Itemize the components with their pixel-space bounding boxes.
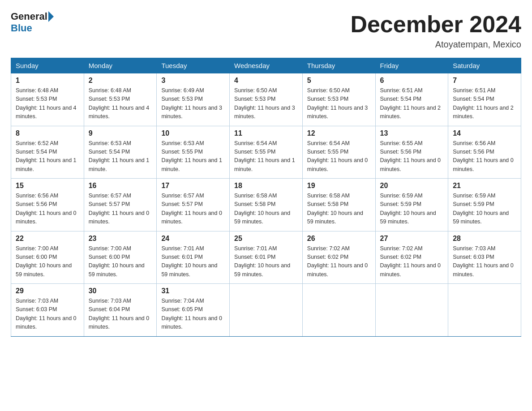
day-info: Sunrise: 6:54 AMSunset: 5:55 PMDaylight:… (307, 139, 371, 174)
day-number: 6 (380, 77, 444, 85)
calendar-week-row: 29Sunrise: 7:03 AMSunset: 6:03 PMDayligh… (11, 284, 521, 337)
day-number: 8 (16, 129, 79, 137)
logo-general-text: General (11, 11, 47, 22)
calendar-cell (375, 284, 448, 337)
calendar-week-row: 15Sunrise: 6:56 AMSunset: 5:56 PMDayligh… (11, 179, 521, 231)
day-info: Sunrise: 6:56 AMSunset: 5:56 PMDaylight:… (16, 192, 79, 227)
calendar-header-wednesday: Wednesday (230, 58, 303, 73)
day-number: 27 (380, 235, 444, 243)
day-number: 3 (161, 77, 225, 85)
calendar-cell: 17Sunrise: 6:57 AMSunset: 5:57 PMDayligh… (157, 179, 230, 231)
day-info: Sunrise: 6:51 AMSunset: 5:54 PMDaylight:… (380, 86, 444, 121)
day-info: Sunrise: 6:56 AMSunset: 5:56 PMDaylight:… (453, 139, 516, 174)
calendar-cell: 3Sunrise: 6:49 AMSunset: 5:53 PMDaylight… (157, 73, 230, 126)
day-number: 19 (307, 182, 371, 190)
day-info: Sunrise: 6:59 AMSunset: 5:59 PMDaylight:… (380, 192, 444, 227)
day-number: 14 (453, 129, 516, 137)
calendar-cell: 10Sunrise: 6:53 AMSunset: 5:55 PMDayligh… (157, 126, 230, 179)
day-number: 28 (453, 235, 516, 243)
day-info: Sunrise: 6:50 AMSunset: 5:53 PMDaylight:… (307, 86, 371, 121)
calendar-cell (302, 284, 375, 337)
day-info: Sunrise: 6:51 AMSunset: 5:54 PMDaylight:… (453, 86, 516, 121)
calendar-cell: 21Sunrise: 6:59 AMSunset: 5:59 PMDayligh… (448, 179, 521, 231)
day-number: 15 (16, 182, 79, 190)
day-number: 4 (234, 77, 298, 85)
day-number: 12 (307, 129, 371, 137)
month-title: December 2024 (350, 11, 521, 38)
day-info: Sunrise: 7:03 AMSunset: 6:03 PMDaylight:… (453, 244, 516, 279)
calendar-cell: 30Sunrise: 7:03 AMSunset: 6:04 PMDayligh… (84, 284, 157, 337)
calendar-cell: 12Sunrise: 6:54 AMSunset: 5:55 PMDayligh… (302, 126, 375, 179)
day-number: 20 (380, 182, 444, 190)
calendar-cell: 11Sunrise: 6:54 AMSunset: 5:55 PMDayligh… (230, 126, 303, 179)
calendar-header-tuesday: Tuesday (157, 58, 230, 73)
day-info: Sunrise: 6:58 AMSunset: 5:58 PMDaylight:… (234, 192, 298, 227)
calendar-cell: 7Sunrise: 6:51 AMSunset: 5:54 PMDaylight… (448, 73, 521, 126)
calendar-cell: 18Sunrise: 6:58 AMSunset: 5:58 PMDayligh… (230, 179, 303, 231)
day-info: Sunrise: 7:03 AMSunset: 6:03 PMDaylight:… (16, 297, 79, 332)
calendar-cell: 26Sunrise: 7:02 AMSunset: 6:02 PMDayligh… (302, 231, 375, 284)
calendar-cell: 28Sunrise: 7:03 AMSunset: 6:03 PMDayligh… (448, 231, 521, 284)
day-number: 21 (453, 182, 516, 190)
day-number: 11 (234, 129, 298, 137)
day-info: Sunrise: 6:49 AMSunset: 5:53 PMDaylight:… (161, 86, 225, 121)
logo: General Blue (11, 11, 54, 34)
calendar-header-thursday: Thursday (302, 58, 375, 73)
calendar-week-row: 1Sunrise: 6:48 AMSunset: 5:53 PMDaylight… (11, 73, 521, 126)
day-number: 30 (89, 287, 152, 295)
day-info: Sunrise: 6:52 AMSunset: 5:54 PMDaylight:… (16, 139, 79, 174)
calendar-cell: 9Sunrise: 6:53 AMSunset: 5:54 PMDaylight… (84, 126, 157, 179)
day-number: 31 (161, 287, 225, 295)
day-number: 17 (161, 182, 225, 190)
day-info: Sunrise: 7:00 AMSunset: 6:00 PMDaylight:… (16, 244, 79, 279)
calendar-header-monday: Monday (84, 58, 157, 73)
calendar-week-row: 22Sunrise: 7:00 AMSunset: 6:00 PMDayligh… (11, 231, 521, 284)
calendar-header-saturday: Saturday (448, 58, 521, 73)
day-number: 10 (161, 129, 225, 137)
calendar-cell: 13Sunrise: 6:55 AMSunset: 5:56 PMDayligh… (375, 126, 448, 179)
calendar-cell: 14Sunrise: 6:56 AMSunset: 5:56 PMDayligh… (448, 126, 521, 179)
day-number: 7 (453, 77, 516, 85)
calendar-cell: 19Sunrise: 6:58 AMSunset: 5:58 PMDayligh… (302, 179, 375, 231)
day-info: Sunrise: 7:01 AMSunset: 6:01 PMDaylight:… (161, 244, 225, 279)
day-number: 5 (307, 77, 371, 85)
day-number: 16 (89, 182, 152, 190)
day-number: 25 (234, 235, 298, 243)
calendar-cell: 23Sunrise: 7:00 AMSunset: 6:00 PMDayligh… (84, 231, 157, 284)
day-number: 23 (89, 235, 152, 243)
day-number: 13 (380, 129, 444, 137)
day-number: 2 (89, 77, 152, 85)
calendar-cell: 4Sunrise: 6:50 AMSunset: 5:53 PMDaylight… (230, 73, 303, 126)
day-number: 9 (89, 129, 152, 137)
day-number: 22 (16, 235, 79, 243)
day-info: Sunrise: 6:54 AMSunset: 5:55 PMDaylight:… (234, 139, 298, 174)
calendar-cell: 29Sunrise: 7:03 AMSunset: 6:03 PMDayligh… (11, 284, 84, 337)
day-info: Sunrise: 7:02 AMSunset: 6:02 PMDaylight:… (307, 244, 371, 279)
day-info: Sunrise: 6:57 AMSunset: 5:57 PMDaylight:… (89, 192, 152, 227)
day-info: Sunrise: 6:55 AMSunset: 5:56 PMDaylight:… (380, 139, 444, 174)
calendar-cell: 5Sunrise: 6:50 AMSunset: 5:53 PMDaylight… (302, 73, 375, 126)
day-info: Sunrise: 6:53 AMSunset: 5:55 PMDaylight:… (161, 139, 225, 174)
day-info: Sunrise: 6:48 AMSunset: 5:53 PMDaylight:… (89, 86, 152, 121)
day-info: Sunrise: 6:59 AMSunset: 5:59 PMDaylight:… (453, 192, 516, 227)
calendar-header-row: SundayMondayTuesdayWednesdayThursdayFrid… (11, 58, 521, 73)
day-number: 1 (16, 77, 79, 85)
day-info: Sunrise: 6:50 AMSunset: 5:53 PMDaylight:… (234, 86, 298, 121)
calendar-cell: 6Sunrise: 6:51 AMSunset: 5:54 PMDaylight… (375, 73, 448, 126)
day-info: Sunrise: 7:00 AMSunset: 6:00 PMDaylight:… (89, 244, 152, 279)
day-info: Sunrise: 7:01 AMSunset: 6:01 PMDaylight:… (234, 244, 298, 279)
day-info: Sunrise: 6:48 AMSunset: 5:53 PMDaylight:… (16, 86, 79, 121)
page-header: General Blue December 2024 Atoyatempan, … (11, 11, 521, 50)
day-info: Sunrise: 6:57 AMSunset: 5:57 PMDaylight:… (161, 192, 225, 227)
calendar-cell: 22Sunrise: 7:00 AMSunset: 6:00 PMDayligh… (11, 231, 84, 284)
day-number: 18 (234, 182, 298, 190)
day-info: Sunrise: 7:03 AMSunset: 6:04 PMDaylight:… (89, 297, 152, 332)
calendar-cell: 20Sunrise: 6:59 AMSunset: 5:59 PMDayligh… (375, 179, 448, 231)
calendar-cell: 2Sunrise: 6:48 AMSunset: 5:53 PMDaylight… (84, 73, 157, 126)
day-number: 29 (16, 287, 79, 295)
calendar-cell: 31Sunrise: 7:04 AMSunset: 6:05 PMDayligh… (157, 284, 230, 337)
calendar-cell: 8Sunrise: 6:52 AMSunset: 5:54 PMDaylight… (11, 126, 84, 179)
calendar-cell (448, 284, 521, 337)
calendar-cell (230, 284, 303, 337)
location-text: Atoyatempan, Mexico (350, 39, 521, 50)
